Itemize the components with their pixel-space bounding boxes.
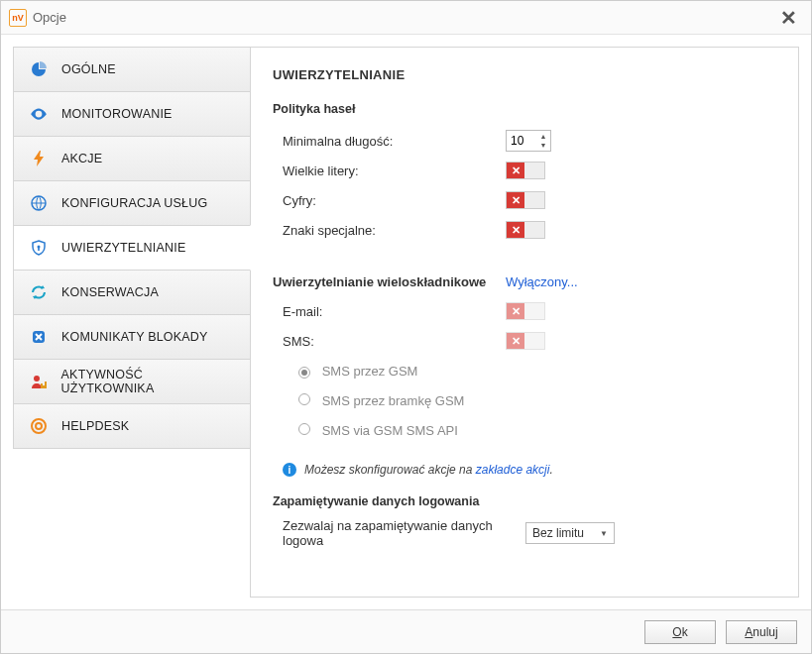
app-logo-icon: nV [9, 9, 27, 27]
sidebar-item-monitoring[interactable]: MONITOROWANIE [13, 91, 251, 137]
info-text-prefix: Możesz skonfigurować akcje na [304, 463, 476, 477]
label-remember-allow: Zezwalaj na zapamiętywanie danych logowa [273, 518, 525, 548]
radio-sms-gateway: SMS przez bramkę GSM [273, 393, 506, 408]
sidebar-item-label: OGÓLNE [61, 62, 116, 76]
sidebar-item-label: UWIERZYTELNIANIE [61, 241, 185, 255]
info-text-suffix: . [549, 463, 552, 477]
section-password-policy: Polityka haseł [273, 102, 776, 116]
spinner-down-icon[interactable]: ▼ [536, 141, 550, 150]
min-length-spinner[interactable]: ▲ ▼ [506, 130, 551, 152]
sidebar: OGÓLNE MONITOROWANIE AKCJE KONFIGURACJA … [13, 47, 251, 598]
user-icon [28, 371, 50, 392]
bolt-icon [28, 148, 50, 169]
eye-icon [28, 103, 50, 125]
radio-icon [298, 393, 310, 405]
pie-icon [28, 58, 50, 80]
toggle-sms: ✕ [506, 332, 545, 350]
content-panel: UWIERZYTELNIANIE Polityka haseł Minimaln… [250, 47, 799, 598]
min-length-input[interactable] [507, 131, 536, 151]
radio-icon [298, 423, 310, 435]
sidebar-item-label: KOMUNIKATY BLOKADY [61, 330, 208, 344]
toggle-digits[interactable]: ✕ [506, 191, 545, 209]
label-digits: Cyfry: [273, 193, 506, 208]
cycle-icon [28, 281, 50, 303]
sidebar-item-label: KONFIGURACJA USŁUG [61, 196, 207, 210]
x-icon: ✕ [507, 333, 524, 349]
radio-sms-api: SMS via GSM SMS API [273, 423, 506, 438]
sidebar-item-label: AKTYWNOŚĆ UŻYTKOWNIKA [61, 368, 236, 395]
radio-label: SMS przez GSM [322, 364, 418, 379]
label-sms: SMS: [273, 334, 506, 349]
ok-button[interactable]: Ok [644, 620, 716, 644]
radio-label: SMS przez bramkę GSM [322, 393, 465, 408]
sidebar-item-service-config[interactable]: KONFIGURACJA USŁUG [13, 180, 251, 226]
sidebar-item-label: KONSERWACJA [61, 285, 159, 299]
x-icon: ✕ [507, 163, 524, 178]
cancel-button[interactable]: Anuluj [726, 620, 797, 644]
dialog-footer: Ok Anuluj [1, 609, 811, 653]
radio-label: SMS via GSM SMS API [322, 423, 458, 438]
toggle-email: ✕ [506, 302, 545, 320]
page-heading: UWIERZYTELNIANIE [273, 67, 776, 82]
radio-sms-gsm: SMS przez GSM [273, 364, 506, 379]
close-icon[interactable]: ✕ [774, 6, 803, 30]
info-icon: i [283, 463, 296, 477]
sidebar-item-block-messages[interactable]: KOMUNIKATY BLOKADY [13, 314, 251, 360]
sidebar-item-authentication[interactable]: UWIERZYTELNIANIE [13, 225, 251, 271]
info-note: i Możesz skonfigurować akcje na zakładce… [273, 463, 776, 477]
svg-point-5 [32, 419, 46, 433]
dropdown-selected: Bez limitu [532, 526, 584, 540]
x-icon: ✕ [507, 222, 524, 238]
lifebuoy-icon [28, 415, 50, 437]
spinner-up-icon[interactable]: ▲ [536, 132, 550, 141]
globe-icon [28, 192, 50, 214]
toggle-special[interactable]: ✕ [506, 221, 545, 239]
sidebar-item-label: MONITOROWANIE [61, 107, 173, 121]
mfa-status-link[interactable]: Wyłączony... [506, 274, 578, 289]
sidebar-item-actions[interactable]: AKCJE [13, 136, 251, 181]
sidebar-item-helpdesk[interactable]: HELPDESK [13, 403, 251, 449]
x-icon: ✕ [507, 192, 524, 208]
title-bar: nV Opcje ✕ [1, 1, 811, 35]
remember-dropdown[interactable]: Bez limitu ▼ [525, 522, 615, 544]
svg-point-4 [34, 376, 40, 382]
section-mfa: Uwierzytelnianie wieloskładnikowe [273, 274, 506, 289]
x-icon: ✕ [507, 303, 524, 319]
svg-rect-2 [38, 248, 40, 251]
window-title: Opcje [33, 10, 66, 25]
sidebar-item-maintenance[interactable]: KONSERWACJA [13, 270, 251, 315]
section-remember: Zapamiętywanie danych logowania [273, 494, 776, 508]
actions-tab-link[interactable]: zakładce akcji [476, 463, 550, 477]
options-dialog: nV Opcje ✕ OGÓLNE MONITOROWANIE [0, 0, 812, 654]
shield-icon [28, 237, 50, 259]
chevron-down-icon: ▼ [600, 529, 608, 538]
radio-icon [298, 367, 310, 379]
sidebar-item-user-activity[interactable]: AKTYWNOŚĆ UŻYTKOWNIKA [13, 359, 251, 404]
label-email: E-mail: [273, 304, 506, 319]
svg-point-6 [36, 423, 42, 429]
sidebar-item-label: HELPDESK [61, 419, 129, 433]
sidebar-item-label: AKCJE [61, 152, 102, 165]
sidebar-item-general[interactable]: OGÓLNE [13, 47, 251, 92]
block-icon [28, 326, 50, 348]
label-uppercase: Wielkie litery: [273, 164, 506, 178]
label-min-length: Minimalna długość: [273, 134, 506, 149]
label-special: Znaki specjalne: [273, 223, 506, 238]
toggle-uppercase[interactable]: ✕ [506, 162, 545, 179]
